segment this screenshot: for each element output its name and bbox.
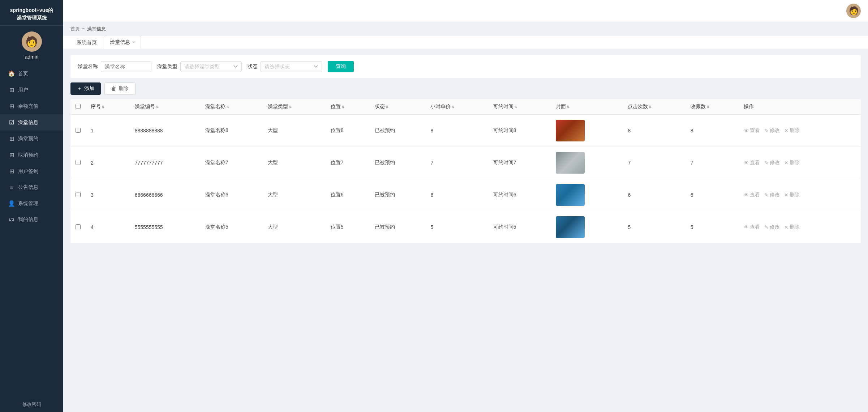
breadcrumb-home[interactable]: 首页: [70, 26, 80, 32]
row-index-2: 3: [86, 179, 130, 211]
select-all-checkbox[interactable]: [76, 104, 81, 109]
sort-cover-icon[interactable]: ⇅: [567, 105, 570, 109]
row-price-2: 6: [425, 179, 488, 211]
sidebar-item-recharge[interactable]: ⊞ 余额充值: [0, 98, 63, 114]
sort-favorites-icon[interactable]: ⇅: [706, 105, 709, 109]
sidebar-item-recharge-label: 余额充值: [18, 103, 38, 110]
delete-button-1[interactable]: ✕ 删除: [784, 160, 800, 166]
cover-image-1: [556, 152, 585, 174]
col-index: 序号⇅: [86, 99, 130, 115]
sort-type-icon[interactable]: ⇅: [289, 105, 292, 109]
filter-type-label: 澡堂类型: [157, 63, 177, 70]
add-button[interactable]: ＋ 添加: [70, 82, 101, 95]
content-area: 澡堂名称 澡堂类型 请选择澡堂类型 大型 中型 小型 状态 请选择状态 已被预约…: [63, 49, 868, 412]
col-code: 澡堂编号⇅: [130, 99, 200, 115]
sidebar-item-system[interactable]: 👤 系统管理: [0, 195, 63, 212]
row-status-1: 已被预约: [370, 147, 426, 179]
close-icon: ✕: [784, 128, 788, 133]
sidebar: springboot+vue的 澡堂管理系统 🧑 admin 🏠 首页 ⊞ 用户…: [0, 0, 63, 412]
row-status-3: 已被预约: [370, 211, 426, 243]
sort-name-icon[interactable]: ⇅: [226, 105, 229, 109]
edit-button-0[interactable]: ✎ 修改: [764, 127, 780, 134]
sidebar-item-bathing[interactable]: ☑ 澡堂信息: [0, 114, 63, 131]
filter-type-select[interactable]: 请选择澡堂类型 大型 中型 小型: [180, 61, 242, 72]
data-table: 序号⇅ 澡堂编号⇅ 澡堂名称⇅ 澡堂类型⇅ 位置⇅ 状态⇅ 小时单价⇅ 可约时间…: [70, 99, 861, 243]
topbar: 🧑: [63, 0, 868, 22]
row-check-3: [70, 211, 86, 243]
filter-status-select[interactable]: 请选择状态 已被预约 空闲: [261, 61, 322, 72]
cancel-icon: ⊞: [8, 152, 15, 158]
user-grid-icon: ⊞: [8, 86, 15, 93]
col-cover: 封面⇅: [551, 99, 623, 115]
row-checkbox-2[interactable]: [76, 192, 81, 197]
cover-image-2: [556, 184, 585, 206]
col-location: 位置⇅: [326, 99, 370, 115]
sidebar-item-myinfo[interactable]: 🗂 我的信息: [0, 212, 63, 228]
edit-button-2[interactable]: ✎ 修改: [764, 192, 780, 198]
sort-index-icon[interactable]: ⇅: [102, 105, 104, 109]
row-actions-2: 👁 查看 ✎ 修改 ✕ 删除: [739, 179, 861, 211]
row-checkbox-1[interactable]: [76, 160, 81, 165]
close-icon: ✕: [784, 192, 788, 198]
row-price-3: 5: [425, 211, 488, 243]
user-avatar-top[interactable]: 🧑: [846, 4, 861, 18]
reservation-icon: ⊞: [8, 135, 15, 142]
sort-clicks-icon[interactable]: ⇅: [649, 105, 652, 109]
sidebar-item-user-label: 用户: [18, 87, 28, 93]
filter-name-input[interactable]: [101, 61, 151, 72]
row-checkbox-0[interactable]: [76, 128, 81, 133]
tab-close-icon[interactable]: ×: [132, 40, 135, 44]
tab-bathing-info-label: 澡堂信息: [110, 39, 130, 46]
edit-icon: ✎: [764, 160, 769, 166]
breadcrumb-current: 澡堂信息: [87, 26, 106, 32]
row-favorites-0: 8: [686, 115, 739, 147]
sort-code-icon[interactable]: ⇅: [156, 105, 159, 109]
view-button-3[interactable]: 👁 查看: [744, 224, 760, 230]
edit-button-1[interactable]: ✎ 修改: [764, 160, 780, 166]
row-checkbox-3[interactable]: [76, 224, 81, 229]
sidebar-item-myinfo-label: 我的信息: [18, 216, 38, 223]
tabbar: 系统首页 澡堂信息 ×: [63, 36, 868, 49]
edit-button-3[interactable]: ✎ 修改: [764, 224, 780, 230]
row-name-3: 澡堂名称5: [200, 211, 263, 243]
sidebar-item-notice[interactable]: ≡ 公告信息: [0, 179, 63, 195]
row-actions-3: 👁 查看 ✎ 修改 ✕ 删除: [739, 211, 861, 243]
col-name: 澡堂名称⇅: [200, 99, 263, 115]
sort-status-icon[interactable]: ⇅: [386, 105, 388, 109]
sidebar-item-cancel[interactable]: ⊞ 取消预约: [0, 147, 63, 163]
recharge-icon: ⊞: [8, 103, 15, 110]
delete-button-3[interactable]: ✕ 删除: [784, 224, 800, 230]
close-icon: ✕: [784, 224, 788, 230]
sort-price-icon[interactable]: ⇅: [451, 105, 454, 109]
sidebar-item-cancel-label: 取消预约: [18, 152, 38, 158]
col-clicks: 点击次数⇅: [623, 99, 685, 115]
edit-icon: ✎: [764, 224, 769, 230]
delete-button-2[interactable]: ✕ 删除: [784, 192, 800, 198]
filter-name-label: 澡堂名称: [78, 63, 98, 70]
change-password-link[interactable]: 修改密码: [0, 397, 63, 412]
query-button[interactable]: 查询: [328, 61, 354, 72]
row-type-3: 大型: [263, 211, 325, 243]
sidebar-item-home[interactable]: 🏠 首页: [0, 65, 63, 82]
row-time-1: 可约时间7: [488, 147, 551, 179]
eye-icon: 👁: [744, 128, 749, 133]
sort-location-icon[interactable]: ⇅: [341, 105, 344, 109]
view-button-1[interactable]: 👁 查看: [744, 160, 760, 166]
cover-image-0: [556, 120, 585, 141]
sidebar-item-bathing-label: 澡堂信息: [18, 119, 38, 126]
sort-time-icon[interactable]: ⇅: [514, 105, 517, 109]
view-button-0[interactable]: 👁 查看: [744, 127, 760, 134]
delete-button-0[interactable]: ✕ 删除: [784, 127, 800, 134]
sidebar-item-reservation[interactable]: ⊞ 澡堂预约: [0, 131, 63, 147]
myinfo-icon: 🗂: [8, 216, 15, 223]
sidebar-item-user[interactable]: ⊞ 用户: [0, 82, 63, 98]
sidebar-item-checkin[interactable]: ⊞ 用户签到: [0, 163, 63, 179]
tab-system-home[interactable]: 系统首页: [70, 36, 103, 49]
batch-delete-button[interactable]: 🗑 删除: [104, 82, 136, 95]
tab-bathing-info[interactable]: 澡堂信息 ×: [104, 36, 141, 49]
eye-icon: 👁: [744, 224, 749, 230]
view-button-2[interactable]: 👁 查看: [744, 192, 760, 198]
eye-icon: 👁: [744, 192, 749, 198]
row-actions-0: 👁 查看 ✎ 修改 ✕ 删除: [739, 115, 861, 147]
row-time-2: 可约时间6: [488, 179, 551, 211]
